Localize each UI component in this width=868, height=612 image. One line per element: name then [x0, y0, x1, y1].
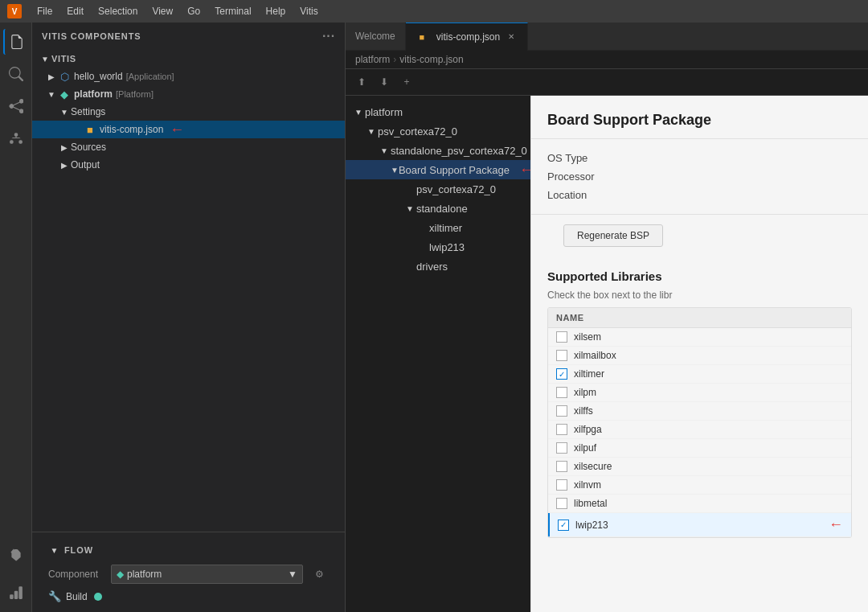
wrench-icon: 🔧 — [48, 590, 61, 602]
etree-board-support-package[interactable]: ▼ Board Support Package ← — [346, 160, 530, 179]
bsp-panel: Board Support Package OS Type Processor … — [530, 96, 868, 612]
tab-json-icon: ■ — [416, 31, 428, 43]
lib-row-xilnvm[interactable]: xilnvm — [548, 476, 851, 495]
tab-bar: Welcome ■ vitis-comp.json ✕ — [346, 23, 868, 51]
hello-world-chevron-icon: ▶ — [45, 70, 58, 83]
activity-explorer[interactable] — [3, 29, 29, 55]
breadcrumb-separator: › — [393, 54, 396, 65]
bsp-title: Board Support Package — [531, 96, 868, 139]
tab-welcome[interactable]: Welcome — [346, 23, 406, 51]
sidebar-more-button[interactable]: ··· — [322, 29, 335, 43]
etree-lwip213[interactable]: lwip213 — [346, 237, 530, 257]
toolbar-collapse-all-button[interactable]: ⬆ — [352, 72, 371, 92]
lib-row-xilpuf[interactable]: xilpuf — [548, 439, 851, 458]
lib-checkbox-libmetal[interactable] — [556, 498, 567, 509]
sidebar-item-settings[interactable]: ▼ Settings — [32, 103, 345, 121]
activity-extensions[interactable] — [3, 541, 29, 567]
flow-component-select[interactable]: ◆ platform ▼ — [111, 565, 303, 584]
lib-row-xilfpga[interactable]: xilfpga — [548, 421, 851, 439]
sidebar-item-hello-world[interactable]: ▶ ⬡ hello_world [Application] — [32, 68, 345, 85]
menu-help[interactable]: Help — [260, 4, 293, 18]
lib-checkbox-xilsecure[interactable] — [556, 461, 567, 472]
lib-name-xilpm: xilpm — [574, 387, 596, 398]
lib-checkbox-xilffs[interactable] — [556, 405, 567, 417]
etree-psv-cortexa72-label: psv_cortexa72_0 — [378, 125, 457, 138]
hello-world-icon: ⬡ — [58, 70, 71, 83]
regenerate-bsp-button[interactable]: Regenerate BSP — [563, 224, 663, 247]
sidebar-title: VITIS COMPONENTS — [42, 31, 141, 41]
lib-name-xilnvm: xilnvm — [574, 479, 601, 491]
lib-row-lwip213[interactable]: ✓lwip213← — [548, 513, 851, 537]
activity-bar — [0, 23, 32, 612]
flow-select-dropdown-icon: ▼ — [288, 569, 297, 580]
menu-view[interactable]: View — [145, 4, 179, 18]
arrow-annotation-1: ← — [170, 121, 184, 138]
lib-checkbox-lwip213[interactable]: ✓ — [558, 520, 569, 531]
sidebar-item-output[interactable]: ▶ Output — [32, 156, 345, 174]
etree-drivers-label: drivers — [416, 261, 448, 273]
etree-xiltimer[interactable]: xiltimer — [346, 218, 530, 237]
activity-chart[interactable] — [3, 580, 29, 606]
lib-row-libmetal[interactable]: libmetal — [548, 495, 851, 513]
etree-psv-cortexa72-chevron: ▼ — [365, 127, 378, 136]
settings-label: Settings — [71, 106, 105, 117]
sidebar-item-sources[interactable]: ▶ Sources — [32, 138, 345, 156]
lib-row-xilmailbox[interactable]: xilmailbox — [548, 347, 851, 365]
etree-bsp-label: Board Support Package — [399, 164, 510, 176]
libs-table: NAME xilsemxilmailbox✓xiltimerxilpmxilff… — [547, 307, 852, 538]
lib-checkbox-xilmailbox[interactable] — [556, 350, 567, 361]
flow-header: ▼ FLOW — [39, 539, 338, 561]
lib-row-xilpm[interactable]: xilpm — [548, 384, 851, 402]
activity-run[interactable] — [3, 125, 29, 151]
etree-standalone-chevron: ▼ — [403, 204, 416, 213]
lib-checkbox-xilnvm[interactable] — [556, 479, 567, 491]
flow-component-row: Component ◆ platform ▼ ⚙ — [39, 561, 338, 587]
lib-row-xiltimer[interactable]: ✓xiltimer — [548, 365, 851, 384]
lib-name-xilmailbox: xilmailbox — [574, 350, 616, 361]
activity-search[interactable] — [3, 61, 29, 87]
app-logo: V — [6, 3, 23, 19]
toolbar-expand-all-button[interactable]: ⬇ — [375, 72, 394, 92]
tab-close-button[interactable]: ✕ — [505, 31, 518, 43]
activity-source-control[interactable] — [3, 93, 29, 119]
tab-welcome-label: Welcome — [355, 31, 395, 42]
lib-checkbox-xilsem[interactable] — [556, 331, 567, 343]
lib-checkbox-xilpm[interactable] — [556, 387, 567, 398]
lib-row-xilsecure[interactable]: xilsecure — [548, 458, 851, 476]
menu-file[interactable]: File — [31, 4, 59, 18]
breadcrumb-json[interactable]: vitis-comp.json — [399, 54, 463, 65]
lib-row-xilffs[interactable]: xilffs — [548, 402, 851, 421]
etree-psv-inner[interactable]: psv_cortexa72_0 — [346, 179, 530, 199]
tab-vitis-comp-json-label: vitis-comp.json — [436, 31, 500, 43]
lib-checkbox-xiltimer[interactable]: ✓ — [556, 368, 567, 380]
libs-table-header: NAME — [548, 308, 851, 328]
vitis-label: VITIS — [51, 54, 76, 64]
toolbar-add-button[interactable]: + — [397, 72, 416, 92]
bsp-libs-desc: Check the box next to the libr — [531, 286, 868, 307]
etree-standalone-psv-chevron: ▼ — [378, 146, 391, 155]
lib-row-xilsem[interactable]: xilsem — [548, 328, 851, 347]
etree-standalone-psv[interactable]: ▼ standalone_psv_cortexa72_0 — [346, 141, 530, 160]
etree-platform[interactable]: ▼ platform — [346, 102, 530, 121]
vitis-section-header[interactable]: ▼ VITIS — [32, 50, 345, 68]
menu-vitis[interactable]: Vitis — [293, 4, 324, 18]
flow-gear-button[interactable]: ⚙ — [309, 565, 329, 584]
platform-badge: [Platform] — [116, 89, 154, 99]
etree-psv-cortexa72[interactable]: ▼ psv_cortexa72_0 — [346, 121, 530, 141]
bsp-location-row: Location — [547, 186, 852, 204]
tab-vitis-comp-json[interactable]: ■ vitis-comp.json ✕ — [406, 23, 528, 51]
bsp-os-type-row: OS Type — [547, 149, 852, 167]
lib-checkbox-xilpuf[interactable] — [556, 442, 567, 454]
sidebar-item-vitis-comp-json[interactable]: ■ vitis-comp.json ← — [32, 121, 345, 138]
sidebar-item-platform[interactable]: ▼ ◆ platform [Platform] — [32, 85, 345, 103]
menu-edit[interactable]: Edit — [60, 4, 90, 18]
etree-bsp-chevron: ▼ — [391, 166, 399, 175]
menu-terminal[interactable]: Terminal — [208, 4, 257, 18]
lib-checkbox-xilfpga[interactable] — [556, 424, 567, 435]
breadcrumb-platform[interactable]: platform — [355, 54, 390, 65]
etree-standalone[interactable]: ▼ standalone — [346, 199, 530, 218]
etree-drivers[interactable]: drivers — [346, 257, 530, 276]
menu-go[interactable]: Go — [181, 4, 207, 18]
lib-name-lwip213: lwip213 — [575, 520, 608, 531]
menu-selection[interactable]: Selection — [92, 4, 144, 18]
